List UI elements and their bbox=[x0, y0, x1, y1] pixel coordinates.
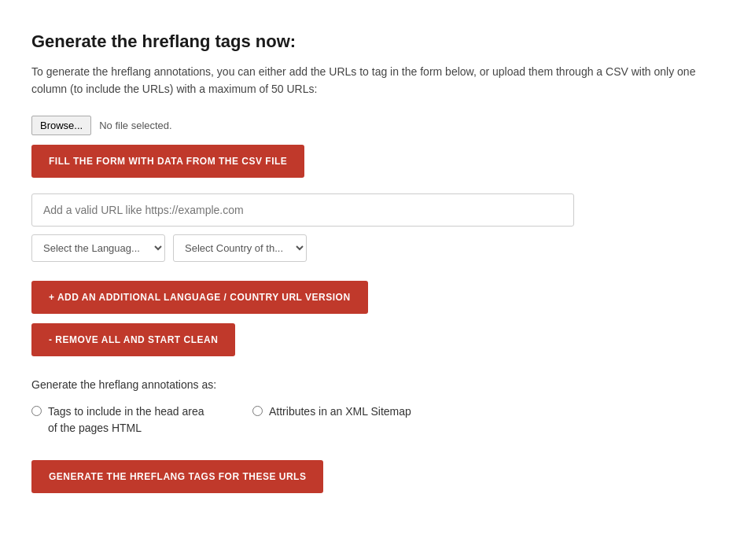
page-description: To generate the hreflang annotations, yo… bbox=[31, 63, 716, 98]
file-upload-row: Browse... No file selected. bbox=[31, 116, 724, 135]
remove-all-button[interactable]: - REMOVE ALL AND START CLEAN bbox=[31, 323, 235, 356]
radio-xml-label: Attributes in an XML Sitemap bbox=[269, 403, 411, 420]
radio-head-label: Tags to include in the head area of the … bbox=[48, 403, 205, 437]
radio-xml-input[interactable] bbox=[252, 406, 263, 416]
country-select[interactable]: Select Country of th... bbox=[173, 234, 307, 262]
add-language-button[interactable]: + ADD AN ADDITIONAL LANGUAGE / COUNTRY U… bbox=[31, 281, 368, 314]
browse-button[interactable]: Browse... bbox=[31, 116, 91, 135]
url-input[interactable] bbox=[31, 193, 574, 227]
radio-section-label: Generate the hreflang annotations as: bbox=[31, 378, 724, 391]
csv-fill-button[interactable]: FILL THE FORM WITH DATA FROM THE CSV FIL… bbox=[31, 145, 304, 178]
radio-option-xml[interactable]: Attributes in an XML Sitemap bbox=[252, 403, 411, 420]
generate-button[interactable]: GENERATE THE HREFLANG TAGS FOR THESE URL… bbox=[31, 460, 323, 493]
radio-options: Tags to include in the head area of the … bbox=[31, 403, 724, 437]
language-select[interactable]: Select the Languag... bbox=[31, 234, 165, 262]
radio-option-head[interactable]: Tags to include in the head area of the … bbox=[31, 403, 205, 437]
selects-row: Select the Languag... Select Country of … bbox=[31, 234, 724, 262]
radio-head-input[interactable] bbox=[31, 406, 42, 416]
page-title: Generate the hreflang tags now: bbox=[31, 31, 724, 52]
file-status: No file selected. bbox=[99, 120, 172, 131]
